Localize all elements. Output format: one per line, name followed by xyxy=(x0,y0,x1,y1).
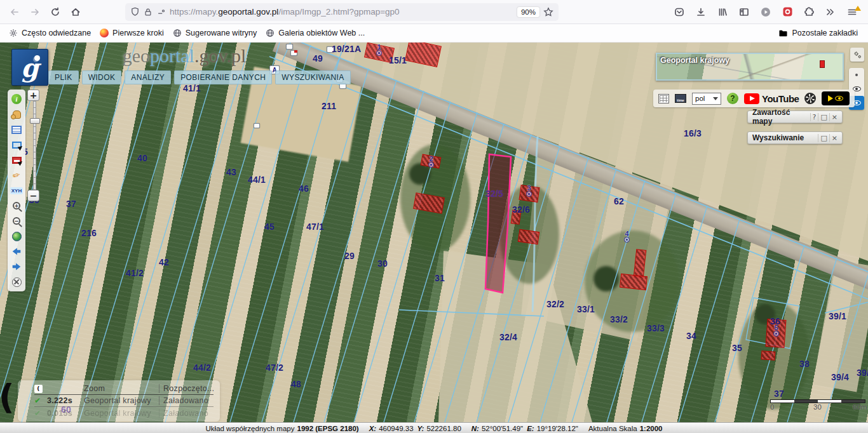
adblock-extension-button[interactable] xyxy=(777,3,797,21)
youtube-link[interactable]: YouTube xyxy=(744,93,799,104)
parcel-label: 32/2 xyxy=(546,299,564,309)
overflow-menu-button[interactable] xyxy=(820,3,841,21)
panel-close-button[interactable]: × xyxy=(829,134,839,142)
style-option-dot[interactable] xyxy=(849,68,864,82)
wheel-button[interactable] xyxy=(804,93,816,104)
eye-icon xyxy=(835,96,843,101)
overview-map[interactable]: Geoportal krajowy xyxy=(656,53,844,81)
address-plate xyxy=(286,44,293,50)
back-button[interactable] xyxy=(5,3,24,21)
language-select[interactable]: pol xyxy=(692,93,721,105)
help-button[interactable]: ? xyxy=(727,93,738,104)
pan-tool-button[interactable] xyxy=(10,108,23,121)
y-label: Y: xyxy=(417,425,424,432)
coordinate-status-bar: Układ współrzędnych mapy 1992 (EPSG 2180… xyxy=(0,422,868,433)
zoom-level-badge[interactable]: 90% xyxy=(517,7,539,17)
url-bar[interactable]: https://mapy.geoportal.gov.pl/imap/Imgp_… xyxy=(125,3,559,21)
overview-location-marker xyxy=(820,60,825,68)
downloads-button[interactable] xyxy=(691,3,711,21)
red-extension-icon xyxy=(782,6,793,17)
chevron-down-icon xyxy=(713,97,718,100)
deselect-by-rectangle-button[interactable] xyxy=(10,154,23,166)
bookmark-galeria-obiektow[interactable]: Galeria obiektów Web ... xyxy=(266,29,365,37)
parcel-label: 37 xyxy=(774,389,784,399)
road-marker xyxy=(294,50,297,53)
menu-analizy[interactable]: ANALIZY xyxy=(125,70,171,84)
legend-grid-button[interactable] xyxy=(658,94,669,103)
forward-icon xyxy=(30,7,40,17)
info-tool-button[interactable]: i xyxy=(10,93,23,105)
loader-row: ✔ 3.222s Geoportal krajowy Załadowano xyxy=(34,395,214,407)
app-menu-button[interactable] xyxy=(842,3,862,21)
firefox-icon xyxy=(100,29,109,37)
attribute-table-button[interactable] xyxy=(10,123,23,136)
panel-wyszukiwanie[interactable]: Wyszukiwanie □ × xyxy=(747,131,843,144)
arrow-left-icon xyxy=(11,246,22,257)
forward-button[interactable] xyxy=(25,3,44,21)
bookmark-star-icon[interactable] xyxy=(543,7,553,17)
menu-wyszukiwania[interactable]: WYSZUKIWANIA xyxy=(275,70,350,84)
bookmark-label: Często odwiedzane xyxy=(22,29,91,37)
parcel-label: 33/2 xyxy=(610,314,628,324)
panel-close-button[interactable]: × xyxy=(829,113,839,121)
clear-selection-button[interactable] xyxy=(10,276,23,288)
zoom-slider-handle[interactable] xyxy=(30,118,40,124)
bookmark-pierwsze-kroki[interactable]: Pierwsze kroki xyxy=(100,29,164,37)
geoportal-logo[interactable]: g xyxy=(11,49,48,86)
bookmark-label: Galeria obiektów Web ... xyxy=(278,29,365,37)
permissions-icon[interactable] xyxy=(156,8,166,17)
parcel-label: 41/1 xyxy=(183,83,201,93)
parcel-label: 39/ xyxy=(857,368,868,378)
zoom-out-button[interactable]: − xyxy=(27,190,39,201)
y-value: 522261.80 xyxy=(426,425,461,432)
home-button[interactable] xyxy=(66,3,85,21)
download-icon xyxy=(696,7,706,17)
panel-help-button[interactable]: ? xyxy=(810,113,818,121)
library-button[interactable] xyxy=(712,3,733,21)
bookmark-sugerowane-witryny[interactable]: Sugerowane witryny xyxy=(173,29,257,37)
settings-button[interactable] xyxy=(850,48,864,62)
measure-tool-button[interactable]: ✏ xyxy=(10,169,23,182)
bookmark-czesto-odwiedzane[interactable]: Często odwiedzane xyxy=(9,29,91,37)
extensions-button[interactable] xyxy=(799,3,819,21)
n-value: 52°00'51.49" xyxy=(482,425,523,432)
screenshot-extension-button[interactable] xyxy=(756,3,776,21)
map-canvas[interactable]: A 49 19/21A 15/1 211 41/1 36 37 216 5 40… xyxy=(0,43,868,422)
lock-icon[interactable] xyxy=(144,8,153,17)
sidebar-button[interactable] xyxy=(734,3,754,21)
mini-spinner-icon: ( xyxy=(34,385,43,393)
sidebar-icon xyxy=(739,7,749,17)
chevron-double-right-icon xyxy=(825,7,836,17)
parcel-label: 39/4 xyxy=(831,372,849,382)
panel-zawartosc-mapy[interactable]: Zawartość mapy ? □ × xyxy=(747,110,843,123)
reload-button[interactable] xyxy=(46,3,65,21)
contrast-toggle-button[interactable] xyxy=(822,91,850,105)
info-icon: i xyxy=(11,94,22,104)
parcel-label: 33/3 xyxy=(647,323,665,333)
pocket-button[interactable] xyxy=(669,3,689,21)
crs-label: Układ współrzędnych mapy xyxy=(206,425,295,432)
parcel-label: 35 xyxy=(732,343,742,353)
panel-maximize-button[interactable]: □ xyxy=(818,113,829,121)
menu-plik[interactable]: PLIK xyxy=(48,70,79,84)
zoom-in-button[interactable]: + xyxy=(27,90,39,101)
tree xyxy=(593,266,619,291)
zoom-in-tool-button[interactable]: + xyxy=(10,199,23,212)
time-composition-button[interactable]: time xyxy=(675,94,686,103)
other-bookmarks-button[interactable]: Pozostałe zakładki xyxy=(778,29,858,37)
select-by-rectangle-button[interactable] xyxy=(10,138,23,151)
parcel-label: 43 xyxy=(226,167,236,177)
next-view-button[interactable] xyxy=(10,260,23,273)
previous-view-button[interactable] xyxy=(10,245,23,258)
menu-widok[interactable]: WIDOK xyxy=(82,70,122,84)
xyh-coordinates-button[interactable]: XYH xyxy=(10,184,23,197)
url-text[interactable]: https://mapy.geoportal.gov.pl/imap/Imgp_… xyxy=(170,7,513,17)
zoom-slider-track[interactable] xyxy=(33,101,36,190)
panel-maximize-button[interactable]: □ xyxy=(818,134,829,142)
parcel-label: 30 xyxy=(377,258,388,269)
menu-pobieranie-danych[interactable]: POBIERANIE DANYCH xyxy=(174,70,272,84)
full-extent-button[interactable] xyxy=(10,230,23,243)
shield-icon[interactable] xyxy=(130,7,140,17)
zoom-out-tool-button[interactable]: − xyxy=(10,215,23,227)
x-label: X: xyxy=(369,425,377,432)
